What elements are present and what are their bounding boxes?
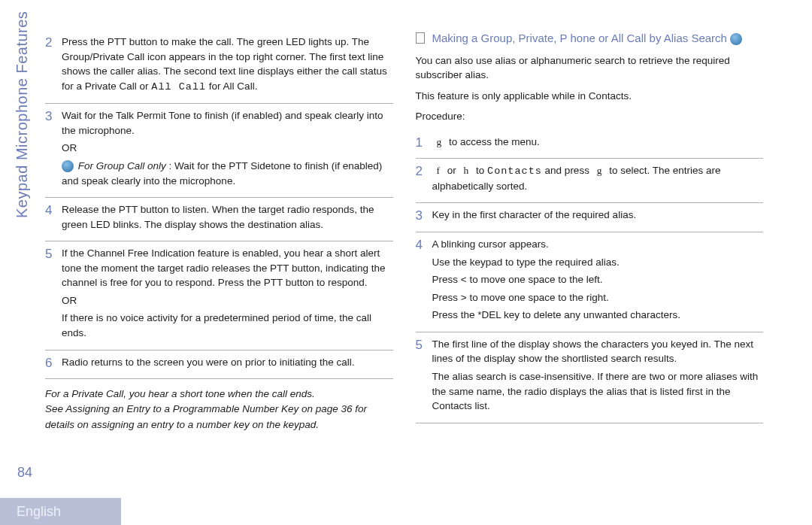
italic-text: For Group Call only — [75, 160, 166, 171]
step-line: The first line of the display shows the … — [432, 337, 764, 366]
step-item: 3Wait for the Talk Permit Tone to finish… — [45, 104, 393, 198]
intro-line-1: You can also use alias or alphanumeric s… — [416, 53, 764, 83]
step-line: Press the *DEL key to delete any unwante… — [432, 308, 764, 323]
step-number: 4 — [416, 237, 432, 326]
step-line: Release the PTT button to listen. When t… — [62, 202, 393, 232]
step-number: 4 — [45, 202, 62, 235]
step-line: Press < to move one space to the left. — [432, 272, 764, 287]
step-line: Key in the first character of the requir… — [432, 208, 764, 223]
step-text: Release the PTT button to listen. When t… — [62, 202, 393, 235]
text-run: or — [444, 165, 459, 176]
button-glyph: h — [459, 165, 474, 176]
step-number: 2 — [416, 163, 432, 196]
step-line: Use the keypad to type the required alia… — [432, 255, 764, 270]
section-side-label: Keypad Microphone Features — [14, 11, 31, 218]
step-text: Press the PTT button to make the call. T… — [62, 35, 393, 97]
step-item: 5If the Channel Free Indication feature … — [45, 241, 393, 350]
step-line: If there is no voice activity for a pred… — [62, 311, 393, 340]
text-run: to — [473, 165, 487, 176]
step-item: 6Radio returns to the screen you were on… — [45, 351, 393, 380]
step-text: Key in the first character of the requir… — [432, 208, 764, 226]
step-text: A blinking cursor appears.Use the keypad… — [432, 237, 764, 326]
page-content: 2Press the PTT button to make the call. … — [45, 30, 763, 470]
step-line: A blinking cursor appears. — [432, 237, 764, 252]
step-item: 5The first line of the display shows the… — [416, 332, 764, 423]
step-number: 2 — [45, 35, 62, 97]
mono-text: Contacts — [487, 165, 542, 177]
text-run: to access the menu. — [446, 136, 540, 147]
step-number: 6 — [45, 355, 62, 373]
button-glyph: g — [592, 165, 607, 176]
step-item: 3Key in the first character of the requi… — [416, 203, 764, 232]
step-line: Press > to move one space to the right. — [432, 290, 764, 305]
step-line: Radio returns to the screen you were on … — [62, 355, 393, 370]
note-text: See Assigning an Entry to a Programmable… — [45, 403, 367, 429]
text-run: for All Call. — [206, 80, 257, 92]
step-text: Radio returns to the screen you were on … — [62, 355, 393, 373]
group-icon — [62, 160, 74, 172]
note-2: See Assigning an Entry to a Programmable… — [45, 402, 393, 432]
button-glyph: g — [432, 136, 447, 147]
step-line-with-icon: For Group Call only : Wait for the PTT S… — [62, 159, 393, 188]
intro-line-2: This feature is only applicable while in… — [416, 89, 764, 104]
step-number: 1 — [416, 135, 432, 153]
heading-marker-icon — [416, 32, 425, 44]
note-1: For a Private Call, you hear a short ton… — [45, 387, 393, 402]
step-line: f or h to Contacts and press g to select… — [432, 163, 764, 193]
step-line: Press the PTT button to make the call. T… — [62, 35, 393, 94]
text-run: and press — [542, 165, 592, 176]
language-label: English — [0, 498, 121, 525]
group-icon — [730, 33, 742, 45]
step-text: Wait for the Talk Permit Tone to finish … — [62, 108, 393, 191]
right-column: Making a Group, Private, P hone or All C… — [416, 30, 764, 470]
mono-text: All Call — [151, 81, 206, 93]
step-text: g to access the menu. — [432, 135, 764, 153]
step-item: 2f or h to Contacts and press g to selec… — [416, 159, 764, 203]
intro-line-3: Procedure: — [416, 109, 764, 124]
step-line: If the Channel Free Indication feature i… — [62, 246, 393, 290]
page-number: 84 — [17, 465, 32, 481]
step-line: The alias search is case-insensitive. If… — [432, 369, 764, 414]
step-item: 4A blinking cursor appears.Use the keypa… — [416, 232, 764, 332]
step-item: 4Release the PTT button to listen. When … — [45, 198, 393, 241]
intro-block: You can also use alias or alphanumeric s… — [416, 53, 764, 124]
step-text: The first line of the display shows the … — [432, 337, 764, 417]
section-heading: Making a Group, Private, P hone or All C… — [416, 30, 764, 47]
notes-block: For a Private Call, you hear a short ton… — [45, 387, 393, 432]
step-item: 2Press the PTT button to make the call. … — [45, 30, 393, 104]
left-column: 2Press the PTT button to make the call. … — [45, 30, 393, 470]
step-item: 1g to access the menu. — [416, 130, 764, 159]
step-number: 3 — [45, 108, 62, 191]
step-text: f or h to Contacts and press g to select… — [432, 163, 764, 196]
step-line: g to access the menu. — [432, 135, 764, 150]
heading-text: Making a Group, Private, P hone or All C… — [432, 32, 727, 44]
step-text: If the Channel Free Indication feature i… — [62, 246, 393, 343]
step-line: OR — [62, 141, 393, 156]
step-number: 3 — [416, 208, 432, 226]
step-line: OR — [62, 293, 393, 308]
step-line: Wait for the Talk Permit Tone to finish … — [62, 108, 393, 138]
step-number: 5 — [45, 246, 62, 343]
button-glyph: f — [432, 165, 445, 176]
step-number: 5 — [416, 337, 432, 417]
